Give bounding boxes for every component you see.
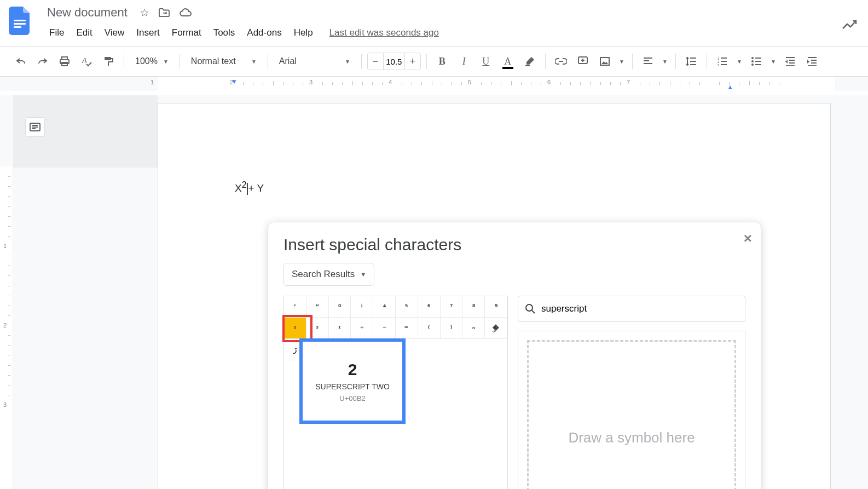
cloud-status-icon[interactable] [179,8,192,18]
char-cell[interactable]: ⁾ [441,318,463,339]
char-cell[interactable]: �ۣ [485,318,507,339]
zoom-select[interactable]: 100%▼ [130,51,174,71]
svg-rect-7 [105,57,111,60]
draw-symbol-box[interactable]: Draw a symbol here [518,331,745,489]
char-cell[interactable]: ² [284,318,306,339]
character-tooltip: 2 SUPERSCRIPT TWO U+00B2 [299,338,406,424]
bold-button[interactable]: B [432,51,452,71]
ruler-vertical: 123 [0,166,13,489]
char-cell[interactable]: ⁷ [441,296,463,318]
char-cell[interactable]: ⁼ [396,318,418,339]
outline-toggle-button[interactable] [25,117,45,137]
tooltip-code: U+00B2 [339,394,365,402]
char-cell[interactable]: ⁱ [351,296,373,318]
char-cell[interactable]: ⁶ [418,296,441,318]
docs-logo[interactable] [9,7,31,35]
decrease-indent-button[interactable] [780,51,800,71]
menu-format[interactable]: Format [166,24,207,42]
document-body-text[interactable]: X2+ Y [235,180,264,195]
special-characters-dialog: × Insert special characters Search Resul… [268,222,761,489]
app-header: New document ☆ File Edit View Insert For… [0,0,868,42]
numbered-list-caret[interactable]: ▼ [734,51,744,71]
menu-addons[interactable]: Add-ons [241,24,287,42]
search-icon [525,303,536,314]
font-family-select[interactable]: Arial▼ [274,51,356,71]
bulleted-list-caret[interactable]: ▼ [768,51,778,71]
menu-view[interactable]: View [99,24,130,42]
bulleted-list-button[interactable] [747,51,766,71]
svg-rect-2 [14,26,21,28]
move-icon[interactable] [158,8,170,18]
svg-rect-1 [14,23,26,25]
italic-button[interactable]: I [454,51,474,71]
svg-rect-8 [525,65,530,66]
star-icon[interactable]: ☆ [140,6,149,19]
highlight-button[interactable] [520,51,540,71]
char-cell[interactable]: ⁽ [418,318,441,339]
align-caret[interactable]: ▼ [660,51,670,71]
insert-link-button[interactable] [551,51,571,71]
spellcheck-button[interactable]: A [77,51,96,71]
tooltip-glyph: 2 [348,360,357,379]
char-cell[interactable]: ⁵ [396,296,418,318]
font-size-decrease[interactable]: − [368,56,383,67]
line-spacing-button[interactable] [681,51,701,71]
svg-text:A: A [82,56,87,65]
explore-icon[interactable] [842,20,857,31]
document-canvas: 123 X2+ Y × Insert special characters Se… [0,95,868,489]
svg-rect-0 [14,20,26,21]
char-cell[interactable]: ⁻ [373,318,396,339]
menu-insert[interactable]: Insert [131,24,165,42]
dialog-title: Insert special characters [283,235,745,254]
char-cell[interactable]: ′ [284,296,306,318]
character-search-box [518,296,745,322]
font-size-control: − + [367,53,421,70]
ruler-horizontal: ▼▲1234567 [0,77,868,91]
align-button[interactable] [638,51,658,71]
menu-file[interactable]: File [44,24,70,42]
print-button[interactable] [55,51,74,71]
svg-text:3: 3 [717,64,720,66]
menu-help[interactable]: Help [288,24,319,42]
paint-format-button[interactable] [99,51,118,71]
menu-tools[interactable]: Tools [208,24,241,42]
undo-button[interactable] [11,51,31,71]
last-edit-link[interactable]: Last edit was seconds ago [329,27,439,38]
menubar: File Edit View Insert Format Tools Add-o… [44,24,859,42]
title-area: New document ☆ File Edit View Insert For… [44,4,859,42]
char-cell[interactable]: ⁹ [485,296,507,318]
text-color-button[interactable]: A [498,51,518,71]
svg-point-15 [751,60,754,62]
char-cell[interactable]: ″ [306,296,329,318]
character-grid-panel: ′″⁰ⁱ⁴⁵⁶⁷⁸⁹²³¹⁺⁻⁼⁽⁾ⁿ�ۣڒ 2 SUPERSCRIPT TWO… [283,296,508,489]
svg-point-14 [751,57,754,59]
svg-point-16 [751,64,754,66]
image-options-caret[interactable]: ▼ [617,51,627,71]
char-cell[interactable]: ⁿ [462,318,485,339]
tooltip-name: SUPERSCRIPT TWO [315,382,390,391]
draw-placeholder: Draw a symbol here [568,429,695,446]
svg-point-18 [526,304,533,311]
font-size-input[interactable] [383,53,405,70]
add-comment-button[interactable] [573,51,593,71]
category-dropdown[interactable]: Search Results▼ [283,263,374,286]
increase-indent-button[interactable] [802,51,822,71]
character-search-input[interactable] [541,303,738,314]
char-cell[interactable]: ⁴ [373,296,396,318]
paragraph-style-select[interactable]: Normal text▼ [186,51,262,71]
dialog-close-button[interactable]: × [744,230,752,247]
char-cell[interactable]: ⁺ [351,318,373,339]
numbered-list-button[interactable]: 123 [713,51,732,71]
char-cell[interactable]: ⁰ [329,296,351,318]
char-cell[interactable]: ⁸ [462,296,485,318]
char-cell[interactable]: ¹ [329,318,351,339]
char-cell[interactable]: ³ [306,318,329,339]
underline-button[interactable]: U [476,51,496,71]
menu-edit[interactable]: Edit [71,24,97,42]
redo-button[interactable] [33,51,53,71]
document-title[interactable]: New document [44,4,131,21]
font-size-increase[interactable]: + [405,56,420,67]
toolbar: A 100%▼ Normal text▼ Arial▼ − + B I U A … [0,46,868,77]
insert-image-button[interactable] [595,51,615,71]
